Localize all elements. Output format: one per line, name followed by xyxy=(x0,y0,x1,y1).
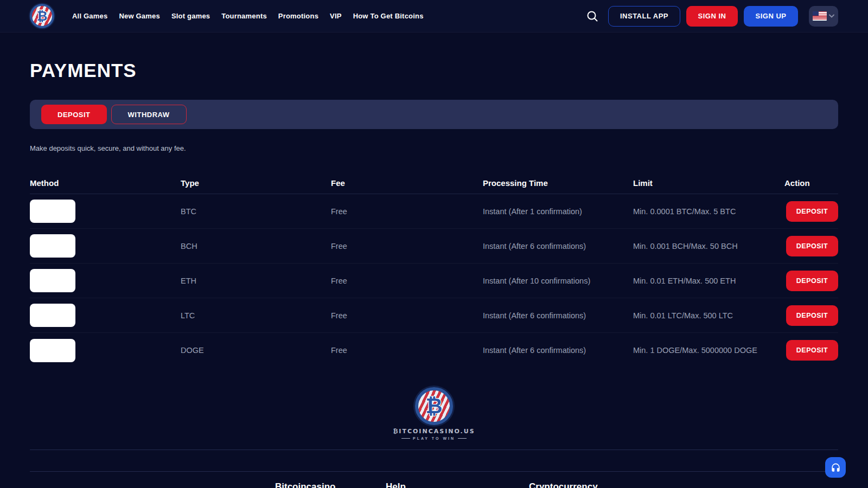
nav-item-how-to-get-bitcoins[interactable]: How To Get Bitcoins xyxy=(353,12,424,20)
limit-cell: Min. 0.001 BCH/Max. 50 BCH xyxy=(633,242,784,251)
table-row: ETH Free Instant (After 10 confirmations… xyxy=(30,264,838,298)
fee-cell: Free xyxy=(331,311,483,320)
table-row: LTC Free Instant (After 6 confirmations)… xyxy=(30,298,838,333)
type-cell: LTC xyxy=(181,311,331,320)
brand-wordmark: ₿ITCOINCASINO.US xyxy=(393,428,475,435)
deposit-button[interactable]: DEPOSIT xyxy=(786,305,838,326)
logo-bitcoin-monogram: ₿ xyxy=(37,10,48,23)
deposit-button[interactable]: DEPOSIT xyxy=(786,340,838,361)
deposit-button[interactable]: DEPOSIT xyxy=(786,271,838,291)
limit-cell: Min. 0.0001 BTC/Max. 5 BTC xyxy=(633,207,784,216)
deposit-subtitle: Make deposits quick, secure, and without… xyxy=(30,144,838,152)
payments-page: PAYMENTS DEPOSIT WITHDRAW Make deposits … xyxy=(0,61,868,440)
fee-cell: Free xyxy=(331,277,483,285)
support-chat-button[interactable] xyxy=(825,457,846,478)
logo-bitcoin-monogram: ₿ xyxy=(426,396,443,416)
fee-cell: Free xyxy=(331,207,483,216)
col-header-type: Type xyxy=(181,178,331,188)
footer-logo: ₿ xyxy=(415,387,453,425)
limit-cell: Min. 0.01 LTC/Max. 500 LTC xyxy=(633,311,784,320)
tab-withdraw[interactable]: WITHDRAW xyxy=(111,105,187,124)
limit-cell: Min. 0.01 ETH/Max. 500 ETH xyxy=(633,277,784,285)
sign-in-button[interactable]: SIGN IN xyxy=(686,6,738,27)
col-header-processing-time: Processing Time xyxy=(483,178,633,188)
language-selector[interactable] xyxy=(809,6,838,27)
processing-time-cell: Instant (After 6 confirmations) xyxy=(483,242,633,251)
footer-brand: ₿ ₿ITCOINCASINO.US PLAY TO WIN xyxy=(30,387,838,440)
nav-item-promotions[interactable]: Promotions xyxy=(278,12,318,20)
main-nav: All Games New Games Slot games Tournamen… xyxy=(72,12,424,20)
tab-deposit[interactable]: DEPOSIT xyxy=(41,105,107,124)
processing-time-cell: Instant (After 1 confirmation) xyxy=(483,207,633,216)
search-icon[interactable] xyxy=(586,10,599,23)
nav-item-vip[interactable]: VIP xyxy=(330,12,342,20)
deposit-button[interactable]: DEPOSIT xyxy=(786,201,838,222)
type-cell: DOGE xyxy=(181,346,331,355)
table-row: DOGE Free Instant (After 6 confirmations… xyxy=(30,333,838,368)
site-logo[interactable]: ₿ xyxy=(30,4,54,28)
fee-cell: Free xyxy=(331,242,483,251)
col-header-method: Method xyxy=(30,178,181,188)
processing-time-cell: Instant (After 10 confirmations) xyxy=(483,277,633,285)
fee-cell: Free xyxy=(331,346,483,355)
limit-cell: Min. 1 DOGE/Max. 5000000 DOGE xyxy=(633,346,784,355)
footer-divider xyxy=(30,471,838,472)
col-header-limit: Limit xyxy=(633,178,784,188)
table-header-row: Method Type Fee Processing Time Limit Ac… xyxy=(30,165,838,194)
nav-item-new-games[interactable]: New Games xyxy=(119,12,160,20)
headset-icon xyxy=(831,463,841,473)
type-cell: BCH xyxy=(181,242,331,251)
sign-up-button[interactable]: SIGN UP xyxy=(744,6,798,27)
method-image-placeholder xyxy=(30,234,75,258)
footer-column-bitcoincasino: Bitcoincasino xyxy=(275,481,335,488)
type-cell: ETH xyxy=(181,277,331,285)
processing-time-cell: Instant (After 6 confirmations) xyxy=(483,311,633,320)
top-navbar: ₿ All Games New Games Slot games Tournam… xyxy=(0,0,868,33)
method-image-placeholder xyxy=(30,269,75,292)
method-image-placeholder xyxy=(30,339,75,362)
table-row: BCH Free Instant (After 6 confirmations)… xyxy=(30,229,838,264)
payment-tabs: DEPOSIT WITHDRAW xyxy=(30,100,838,129)
col-header-action: Action xyxy=(784,178,838,188)
payment-methods-table: Method Type Fee Processing Time Limit Ac… xyxy=(30,165,838,368)
nav-item-slot-games[interactable]: Slot games xyxy=(171,12,210,20)
col-header-fee: Fee xyxy=(331,178,483,188)
processing-time-cell: Instant (After 6 confirmations) xyxy=(483,346,633,355)
content-divider xyxy=(30,450,838,450)
table-row: BTC Free Instant (After 1 confirmation) … xyxy=(30,194,838,229)
brand-tagline: PLAY TO WIN xyxy=(401,436,467,440)
footer-column-help: Help xyxy=(386,481,406,488)
page-title: PAYMENTS xyxy=(30,61,838,80)
footer-column-cryptocurrency: Cryptocurrency xyxy=(529,481,598,488)
method-image-placeholder xyxy=(30,200,75,223)
deposit-button[interactable]: DEPOSIT xyxy=(786,236,838,256)
us-flag-icon xyxy=(813,11,827,21)
install-app-button[interactable]: INSTALL APP xyxy=(608,6,680,27)
header-actions: INSTALL APP SIGN IN SIGN UP xyxy=(586,6,838,27)
chevron-down-icon xyxy=(829,14,834,18)
nav-item-all-games[interactable]: All Games xyxy=(72,12,107,20)
nav-item-tournaments[interactable]: Tournaments xyxy=(221,12,267,20)
method-image-placeholder xyxy=(30,304,75,327)
type-cell: BTC xyxy=(181,207,331,216)
